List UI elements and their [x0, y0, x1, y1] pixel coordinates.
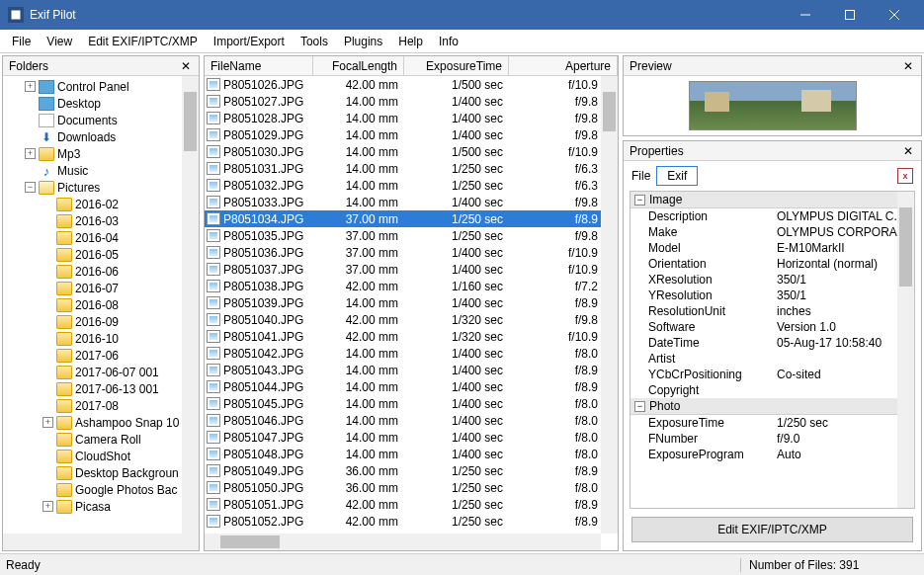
file-row[interactable]: P8051040.JPG42.00 mm1/320 secf/9.8: [205, 311, 618, 328]
file-row[interactable]: P8051050.JPG36.00 mm1/250 secf/8.0: [205, 479, 618, 496]
file-row[interactable]: P8051049.JPG36.00 mm1/250 secf/8.9: [205, 462, 618, 479]
column-exposuretime[interactable]: ExposureTime: [404, 56, 509, 75]
tree-item[interactable]: 2017-06-07 001: [3, 364, 199, 380]
menu-plugins[interactable]: Plugins: [336, 32, 390, 51]
file-row[interactable]: P8051044.JPG14.00 mm1/400 secf/8.9: [205, 378, 618, 395]
expand-icon[interactable]: −: [25, 182, 36, 193]
preview-close-icon[interactable]: ✕: [901, 59, 915, 73]
tree-item[interactable]: 2016-04: [3, 229, 199, 246]
property-row[interactable]: MakeOLYMPUS CORPORA...: [630, 224, 914, 240]
tab-exif[interactable]: Exif: [656, 166, 698, 186]
maximize-button[interactable]: [827, 0, 872, 30]
property-group-header[interactable]: −Image: [630, 192, 914, 208]
tree-item[interactable]: 2016-02: [3, 196, 199, 212]
file-row[interactable]: P8051032.JPG14.00 mm1/250 secf/6.3: [205, 177, 618, 194]
scrollbar-vertical[interactable]: [182, 76, 199, 550]
file-row[interactable]: P8051035.JPG37.00 mm1/250 secf/9.8: [205, 227, 618, 244]
file-row[interactable]: P8051030.JPG14.00 mm1/500 secf/10.9: [205, 143, 618, 160]
menu-info[interactable]: Info: [431, 32, 466, 51]
file-row[interactable]: P8051028.JPG14.00 mm1/400 secf/9.8: [205, 110, 618, 126]
property-row[interactable]: YCbCrPositioningCo-sited: [630, 367, 914, 382]
file-row[interactable]: P8051033.JPG14.00 mm1/400 secf/9.8: [205, 194, 618, 210]
property-row[interactable]: SoftwareVersion 1.0: [630, 319, 914, 335]
tree-item[interactable]: ⬇Downloads: [3, 128, 199, 145]
file-row[interactable]: P8051052.JPG42.00 mm1/250 secf/8.9: [205, 513, 618, 530]
file-row[interactable]: P8051026.JPG42.00 mm1/500 secf/10.9: [205, 76, 618, 93]
file-row[interactable]: P8051034.JPG37.00 mm1/250 secf/8.9: [205, 210, 618, 227]
tree-item[interactable]: Google Photos Bac: [3, 481, 199, 498]
tree-item[interactable]: +Picasa: [3, 498, 199, 515]
file-row[interactable]: P8051037.JPG37.00 mm1/400 secf/10.9: [205, 261, 618, 278]
file-row[interactable]: P8051051.JPG42.00 mm1/250 secf/8.9: [205, 496, 618, 513]
tree-item[interactable]: +Mp3: [3, 145, 199, 162]
property-row[interactable]: ExposureProgramAuto: [630, 447, 914, 462]
collapse-icon[interactable]: −: [634, 401, 645, 412]
tree-item[interactable]: ♪Music: [3, 162, 199, 179]
tree-item[interactable]: +Control Panel: [3, 78, 199, 95]
property-row[interactable]: ExposureTime1/250 sec: [630, 415, 914, 431]
menu-view[interactable]: View: [39, 32, 80, 51]
filelist-body[interactable]: P8051026.JPG42.00 mm1/500 secf/10.9P8051…: [205, 76, 618, 550]
tree-item[interactable]: Camera Roll: [3, 431, 199, 448]
tree-item[interactable]: 2016-10: [3, 330, 199, 347]
menu-file[interactable]: File: [4, 32, 39, 51]
property-row[interactable]: Artist: [630, 351, 914, 367]
scrollbar-vertical[interactable]: [601, 76, 618, 534]
file-row[interactable]: P8051041.JPG42.00 mm1/320 secf/10.9: [205, 328, 618, 345]
properties-close-icon[interactable]: ✕: [901, 144, 915, 158]
expand-icon[interactable]: +: [25, 148, 36, 159]
property-row[interactable]: DescriptionOLYMPUS DIGITAL C...: [630, 208, 914, 224]
file-row[interactable]: P8051027.JPG14.00 mm1/400 secf/9.8: [205, 93, 618, 110]
file-row[interactable]: P8051043.JPG14.00 mm1/400 secf/8.9: [205, 362, 618, 378]
expand-icon[interactable]: +: [25, 81, 36, 92]
menu-import-export[interactable]: Import/Export: [206, 32, 293, 51]
property-row[interactable]: ResolutionUnitinches: [630, 303, 914, 319]
column-focallength[interactable]: FocalLength: [313, 56, 404, 75]
tree-item[interactable]: +Ashampoo Snap 10: [3, 414, 199, 431]
folders-close-icon[interactable]: ✕: [179, 59, 193, 73]
file-row[interactable]: P8051038.JPG42.00 mm1/160 secf/7.2: [205, 278, 618, 294]
property-row[interactable]: XResolution350/1: [630, 272, 914, 288]
file-row[interactable]: P8051046.JPG14.00 mm1/400 secf/8.0: [205, 412, 618, 429]
file-row[interactable]: P8051045.JPG14.00 mm1/400 secf/8.0: [205, 395, 618, 412]
menu-edit-exif-iptc-xmp[interactable]: Edit EXIF/IPTC/XMP: [80, 32, 206, 51]
scrollbar-horizontal[interactable]: [3, 534, 182, 550]
property-row[interactable]: YResolution350/1: [630, 288, 914, 303]
tree-item[interactable]: 2016-03: [3, 212, 199, 229]
folder-tree[interactable]: +Control PanelDesktopDocuments⬇Downloads…: [3, 76, 199, 550]
property-row[interactable]: ModelE-M10MarkII: [630, 240, 914, 256]
tree-item[interactable]: 2017-08: [3, 397, 199, 414]
property-row[interactable]: FNumberf/9.0: [630, 431, 914, 447]
scrollbar-vertical[interactable]: [897, 192, 914, 508]
file-row[interactable]: P8051048.JPG14.00 mm1/400 secf/8.0: [205, 446, 618, 462]
tree-item[interactable]: 2017-06: [3, 347, 199, 364]
file-row[interactable]: P8051031.JPG14.00 mm1/250 secf/6.3: [205, 160, 618, 177]
tree-item[interactable]: 2016-06: [3, 263, 199, 280]
file-row[interactable]: P8051047.JPG14.00 mm1/400 secf/8.0: [205, 429, 618, 446]
collapse-icon[interactable]: −: [634, 195, 645, 205]
file-row[interactable]: P8051042.JPG14.00 mm1/400 secf/8.0: [205, 345, 618, 362]
tree-item[interactable]: 2016-07: [3, 280, 199, 296]
file-row[interactable]: P8051029.JPG14.00 mm1/400 secf/9.8: [205, 126, 618, 143]
file-row[interactable]: P8051036.JPG37.00 mm1/400 secf/10.9: [205, 244, 618, 261]
expand-icon[interactable]: +: [42, 417, 53, 428]
scrollbar-horizontal[interactable]: [205, 534, 601, 550]
property-row[interactable]: DateTime05-Aug-17 10:58:40: [630, 335, 914, 351]
tree-item[interactable]: Desktop Backgroun: [3, 464, 199, 481]
xmp-icon[interactable]: x: [897, 168, 913, 184]
tree-item[interactable]: 2016-08: [3, 296, 199, 313]
column-aperture[interactable]: Aperture: [509, 56, 618, 75]
tree-item[interactable]: CloudShot: [3, 448, 199, 464]
tree-item[interactable]: Desktop: [3, 95, 199, 112]
property-row[interactable]: OrientationHorizontal (normal): [630, 256, 914, 272]
close-button[interactable]: [872, 0, 916, 30]
file-row[interactable]: P8051039.JPG14.00 mm1/400 secf/8.9: [205, 294, 618, 311]
column-filename[interactable]: FileName: [205, 56, 313, 75]
edit-exif-button[interactable]: Edit EXIF/IPTC/XMP: [631, 517, 913, 542]
tree-item[interactable]: Documents: [3, 112, 199, 128]
expand-icon[interactable]: +: [42, 501, 53, 512]
tree-item[interactable]: 2016-09: [3, 313, 199, 330]
tree-item[interactable]: 2017-06-13 001: [3, 380, 199, 397]
tree-item[interactable]: −Pictures: [3, 179, 199, 196]
tab-file[interactable]: File: [631, 169, 650, 183]
